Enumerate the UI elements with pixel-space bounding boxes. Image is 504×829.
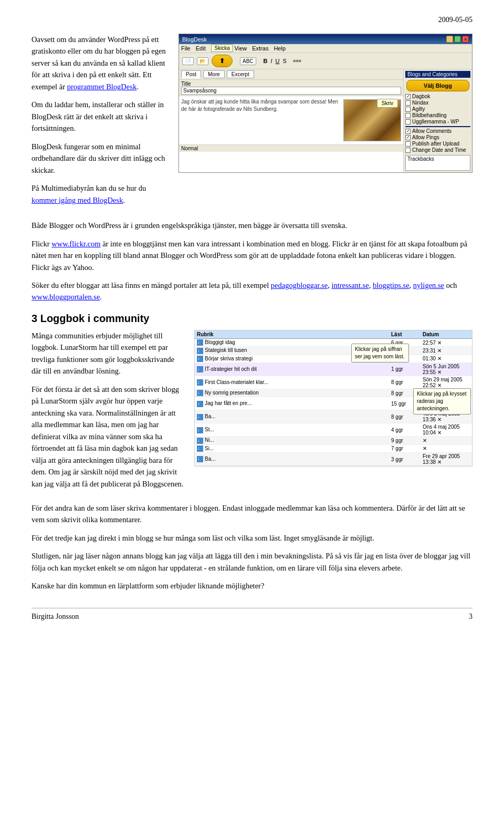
- bd-allow-pings-row: Allow Pings: [405, 134, 470, 140]
- link-multimediabyrn[interactable]: kommer igång med BlogDesk: [32, 196, 123, 204]
- page-date: 2009-05-05: [32, 16, 472, 24]
- bd-allow-pings-checkbox[interactable]: [405, 135, 411, 140]
- download-icon-1[interactable]: [197, 339, 203, 346]
- lunar-row-12-title: Ba...: [197, 456, 391, 462]
- loggbok-heading: 3 Loggbok i community: [32, 313, 472, 325]
- lunar-header-rubrik: Rubrik: [197, 331, 391, 337]
- bd-minimize-icon[interactable]: [446, 36, 453, 43]
- blogdesk-mockup: BlogDesk ✕ File Edit Format View Extras …: [178, 34, 472, 173]
- bd-skicka-button[interactable]: ⬆: [212, 55, 233, 67]
- bd-bildbehandling-checkbox[interactable]: [405, 113, 411, 118]
- bd-tool-bold[interactable]: B: [264, 58, 268, 64]
- lunar-row-10-count: 9 ggr: [391, 438, 423, 443]
- lunar-row-11-title: Si...: [197, 445, 391, 452]
- bd-title-input[interactable]: [181, 87, 401, 95]
- bd-allow-comments-row: Allow Comments: [405, 128, 470, 134]
- footer-author: Birgitta Jonsson: [32, 613, 79, 621]
- bd-valj-blogg-button[interactable]: Välj Blogg: [406, 80, 469, 91]
- bd-title-label: Title: [181, 81, 191, 87]
- bd-maximize-icon[interactable]: [454, 36, 461, 43]
- link-flickr[interactable]: www.flickr.com: [51, 240, 100, 248]
- link-bloggportalen[interactable]: www.bloggportalen.se: [32, 293, 100, 301]
- download-icon-7[interactable]: [197, 401, 203, 407]
- bd-publish-checkbox[interactable]: [405, 141, 411, 147]
- bd-publish-row: Publish after Upload: [405, 141, 470, 147]
- download-icon-5[interactable]: [197, 379, 203, 386]
- bd-uggllemamma-checkbox[interactable]: [405, 119, 411, 125]
- lunar-row-4-date: Sön 5 Jun 2005 23:55 ✕: [423, 364, 470, 375]
- lunar-row-12-count: 3 ggr: [391, 457, 423, 462]
- after-loggbok-para-1: För det andra kan de som läser skriva ko…: [32, 502, 472, 526]
- bd-tab-post[interactable]: Post: [181, 70, 201, 78]
- bd-menu-extras[interactable]: Extras: [252, 45, 268, 51]
- bd-window-buttons: ✕: [446, 36, 469, 43]
- bd-tool-spell[interactable]: ABC: [240, 57, 256, 65]
- bd-tool-strike[interactable]: S: [283, 58, 287, 64]
- download-icon-9[interactable]: [197, 427, 203, 433]
- lunar-row-8-title: Ba...: [197, 413, 391, 420]
- flickr-para: Flickr www.flickr.com är inte en bloggtj…: [32, 238, 472, 273]
- bd-skicka-tooltip: Skicka: [211, 44, 233, 52]
- bd-trackbacks-field[interactable]: Trackbacks: [405, 155, 470, 171]
- bd-editor-area[interactable]: Jag önskar att jag kunde hitta lika mång…: [179, 96, 403, 144]
- bd-tool-italic[interactable]: I: [271, 58, 272, 64]
- lunar-row-5-date: Sön 29 maj 2005 22:52 ✕: [423, 377, 470, 388]
- balloon-klickar-siffran: Klickar jag på siffran ser jag vem som l…: [351, 344, 409, 362]
- portals-para: Söker du efter bloggar att läsa finns en…: [32, 279, 472, 303]
- lunar-row-3-date: 01:30 ✕: [423, 356, 470, 361]
- download-icon-4[interactable]: [197, 366, 203, 372]
- bd-tab-excerpt[interactable]: Excerpt: [227, 70, 254, 78]
- link-blogdesk[interactable]: programmet BlogDesk: [67, 82, 137, 91]
- lunar-row-11: Si... 7 ggr ✕: [195, 445, 472, 453]
- link-bloggtips[interactable]: bloggtips.se: [373, 281, 410, 289]
- bd-tool-align[interactable]: ≡≡≡: [293, 58, 301, 64]
- lunar-table-header: Rubrik Läst Datum: [195, 330, 472, 339]
- bd-agilty-checkbox[interactable]: [405, 107, 411, 112]
- lunar-header-last: Läst: [391, 331, 423, 337]
- lunar-row-9-title: St...: [197, 427, 391, 433]
- intro-para-2: Om du laddar hem, installerar och ställe…: [32, 99, 168, 134]
- download-icon-12[interactable]: [197, 456, 203, 462]
- link-nyligen[interactable]: nyligen.se: [413, 281, 444, 289]
- bd-tool-new[interactable]: 📄: [182, 57, 194, 65]
- after-loggbok-para-4: Kanske har din kommun en lärplattform so…: [32, 580, 472, 592]
- bd-nindax-checkbox[interactable]: [405, 100, 411, 106]
- lunar-row-6-title: Ny somrig presentation: [197, 390, 391, 396]
- bd-uggllemamma-row: Uggllemamma - WP: [405, 119, 470, 125]
- lunar-row-9-date: Ons 4 maj 2005 10:04 ✕: [423, 424, 470, 436]
- download-icon-8[interactable]: [197, 414, 203, 420]
- link-pedagogbloggar[interactable]: pedagogbloggar.se: [271, 281, 328, 289]
- link-intressant[interactable]: intressant.se: [331, 281, 369, 289]
- bd-menu-view[interactable]: View: [235, 45, 247, 51]
- lunar-row-1: Bloggigt idag 6 ggr 22:57 ✕: [195, 339, 472, 347]
- intro-text-col: Oavsett om du använder WordPress på ett …: [32, 34, 168, 212]
- bd-sidebar: Blogs and Categories Välj Blogg Dagbok N…: [404, 69, 472, 172]
- page-footer: Birgitta Jonsson 3: [32, 608, 472, 621]
- bd-change-date-checkbox[interactable]: [405, 148, 411, 153]
- bd-post-tabs: Post More Excerpt: [179, 69, 403, 80]
- bd-tab-more[interactable]: More: [203, 70, 225, 78]
- bd-menu-edit[interactable]: Edit: [196, 45, 206, 51]
- bd-valj-area: Välj Blogg: [405, 80, 470, 91]
- bd-tool-underline[interactable]: U: [276, 58, 280, 64]
- lunar-row-5-title: First Class-materialet klar...: [197, 379, 391, 386]
- download-icon-2[interactable]: [197, 348, 203, 354]
- bd-tool-open[interactable]: 📂: [197, 57, 208, 65]
- download-icon-3[interactable]: [197, 356, 203, 362]
- download-icon-10[interactable]: [197, 438, 203, 444]
- date-text: 2009-05-05: [438, 16, 472, 24]
- lunar-row-10-title: Ni...: [197, 437, 391, 443]
- bd-titlebar: BlogDesk ✕: [179, 34, 472, 44]
- download-icon-11[interactable]: [197, 445, 203, 452]
- download-icon-6[interactable]: [197, 390, 203, 396]
- bd-menu-help[interactable]: Help: [274, 45, 286, 51]
- loggbok-table-col: Rubrik Läst Datum Bloggigt idag 6 ggr 22…: [194, 330, 472, 496]
- bd-settings-title: [405, 126, 470, 127]
- lunar-row-4-title: IT-strategier hit och dit: [197, 366, 391, 372]
- bd-dagbok-checkbox[interactable]: [405, 94, 411, 99]
- lunar-row-5: First Class-materialet klar... 8 ggr Sön…: [195, 376, 472, 389]
- bd-allow-comments-checkbox[interactable]: [405, 129, 411, 134]
- bd-menu-file[interactable]: File: [181, 45, 191, 51]
- loggbok-text-col: Många communities erbjuder möjlighet til…: [32, 330, 184, 496]
- bd-close-icon[interactable]: ✕: [462, 36, 469, 43]
